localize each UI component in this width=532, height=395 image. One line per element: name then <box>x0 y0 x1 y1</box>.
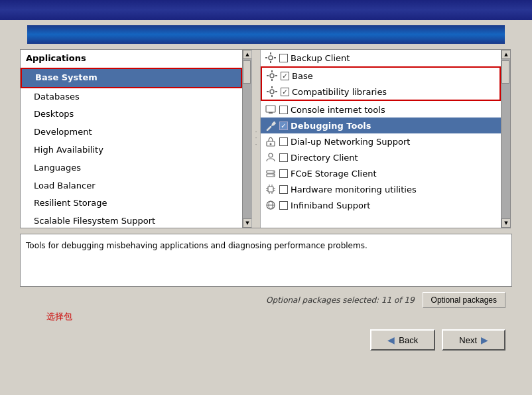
gear-icon <box>263 52 278 64</box>
sidebar-item-development[interactable]: Development <box>21 123 242 141</box>
svg-rect-13 <box>267 91 269 92</box>
svg-rect-4 <box>274 57 276 58</box>
console-checkbox[interactable] <box>279 106 288 114</box>
right-item-infiniband[interactable]: Infiniband Support <box>261 197 501 213</box>
select-packages-link[interactable]: 选择包 <box>20 311 512 323</box>
sidebar-item-applications[interactable]: Applications <box>21 50 242 68</box>
back-label: Back <box>399 335 418 345</box>
optional-packages-count: Optional packages selected: 11 of 19 <box>266 295 415 305</box>
svg-rect-15 <box>266 106 275 112</box>
network-icon <box>263 199 278 211</box>
back-button[interactable]: ◀ Back <box>370 329 435 351</box>
right-item-backup-client[interactable]: Backup Client <box>261 50 501 66</box>
backup-client-label: Backup Client <box>291 53 498 63</box>
right-item-hardware-monitoring[interactable]: Hardware monitoring utilities <box>261 181 501 197</box>
person-icon <box>263 151 278 163</box>
left-scroll-down[interactable]: ▼ <box>243 218 251 228</box>
right-item-base[interactable]: ✓ Base <box>262 68 499 84</box>
base-label: Base <box>292 71 497 81</box>
svg-rect-11 <box>271 86 273 88</box>
chip-icon <box>263 183 278 195</box>
right-panel: Backup Client ✓ Base <box>261 50 510 228</box>
sidebar-item-resilient-storage[interactable]: Resilient Storage <box>21 195 242 212</box>
infiniband-checkbox[interactable] <box>279 201 288 210</box>
optional-packages-button[interactable]: Optional packages <box>423 292 505 308</box>
right-item-console-internet[interactable]: Console internet tools <box>261 102 501 118</box>
header-bar <box>27 25 505 44</box>
svg-rect-6 <box>271 70 273 72</box>
svg-point-5 <box>270 74 274 78</box>
backup-client-checkbox[interactable] <box>279 54 288 62</box>
dialup-checkbox[interactable] <box>279 137 288 146</box>
dialup-label: Dial-up Networking Support <box>291 137 498 147</box>
svg-rect-7 <box>271 79 273 81</box>
monitor-icon <box>263 104 278 116</box>
right-scrollbar[interactable]: ▲ ▼ <box>501 50 510 228</box>
svg-point-20 <box>269 153 273 157</box>
right-scroll-up[interactable]: ▲ <box>501 50 510 59</box>
sidebar-item-scalable-filesystem[interactable]: Scalable Filesystem Support <box>21 212 242 228</box>
sidebar-item-base-system[interactable]: Base System <box>21 68 242 88</box>
svg-rect-8 <box>267 75 269 76</box>
right-item-compatibility-libraries[interactable]: ✓ Compatibility libraries <box>262 84 499 100</box>
back-arrow-icon: ◀ <box>387 335 395 345</box>
right-scroll-thumb[interactable] <box>501 60 509 84</box>
next-button[interactable]: Next ▶ <box>442 329 505 351</box>
sidebar-item-load-balancer[interactable]: Load Balancer <box>21 177 242 195</box>
svg-rect-12 <box>271 95 273 97</box>
compat-libraries-checkbox[interactable]: ✓ <box>281 88 289 96</box>
directory-client-checkbox[interactable] <box>279 153 288 162</box>
svg-line-17 <box>267 127 271 130</box>
sidebar-item-databases[interactable]: Databases <box>21 88 242 106</box>
svg-rect-1 <box>270 52 271 54</box>
svg-point-23 <box>273 171 274 173</box>
svg-point-0 <box>269 56 273 60</box>
hardware-label: Hardware monitoring utilities <box>291 185 498 195</box>
top-bar <box>0 0 532 20</box>
next-arrow-icon: ▶ <box>481 335 488 345</box>
left-scroll-up[interactable]: ▲ <box>243 50 251 59</box>
left-scrollbar[interactable]: ▲ ▼ <box>242 50 251 228</box>
sidebar-item-desktops[interactable]: Desktops <box>21 106 242 123</box>
right-item-directory-client[interactable]: Directory Client <box>261 149 501 165</box>
svg-rect-16 <box>269 112 273 114</box>
fcoe-label: FCoE Storage Client <box>291 169 498 179</box>
svg-rect-14 <box>275 91 277 92</box>
right-list: Backup Client ✓ Base <box>261 50 501 213</box>
sidebar-item-high-availability[interactable]: High Availability <box>21 141 242 159</box>
hardware-checkbox[interactable] <box>279 185 288 194</box>
left-list: Applications Base System Databases Deskt… <box>21 50 242 228</box>
optional-packages-row: Optional packages selected: 11 of 19 Opt… <box>20 292 512 308</box>
infiniband-label: Infiniband Support <box>291 200 498 210</box>
description-text: Tools for debugging misbehaving applicat… <box>26 241 367 250</box>
right-item-dialup[interactable]: Dial-up Networking Support <box>261 133 501 149</box>
gear-icon-compat <box>265 86 279 98</box>
svg-rect-2 <box>270 61 271 63</box>
gear-icon-base <box>265 70 279 82</box>
dialup-icon <box>263 135 278 147</box>
group-border: ✓ Base ✓ Compatibility libraries <box>261 66 501 101</box>
debugging-label: Debugging Tools <box>291 121 498 131</box>
right-item-fcoe[interactable]: FCoE Storage Client <box>261 165 501 181</box>
svg-rect-9 <box>275 75 277 76</box>
panel-divider[interactable]: ··· <box>251 50 261 228</box>
svg-point-10 <box>270 90 274 94</box>
right-item-debugging-tools[interactable]: ✓ Debugging Tools <box>261 118 501 133</box>
panels-container: Applications Base System Databases Deskt… <box>20 49 511 228</box>
left-panel: Applications Base System Databases Deskt… <box>21 50 251 228</box>
fcoe-checkbox[interactable] <box>279 169 288 178</box>
debugging-checkbox[interactable]: ✓ <box>279 121 288 130</box>
svg-rect-3 <box>265 57 267 58</box>
directory-client-label: Directory Client <box>291 153 498 163</box>
wrench-icon <box>263 119 278 131</box>
next-label: Next <box>459 335 477 345</box>
storage-icon <box>263 167 278 179</box>
description-box: Tools for debugging misbehaving applicat… <box>20 234 512 287</box>
navigation-row: ◀ Back Next ▶ <box>0 329 532 351</box>
sidebar-item-languages[interactable]: Languages <box>21 159 242 177</box>
right-scroll-track[interactable] <box>501 59 510 218</box>
left-scroll-track[interactable] <box>243 59 251 218</box>
right-scroll-down[interactable]: ▼ <box>501 218 510 228</box>
base-checkbox[interactable]: ✓ <box>281 72 289 80</box>
left-scroll-thumb[interactable] <box>243 60 251 84</box>
